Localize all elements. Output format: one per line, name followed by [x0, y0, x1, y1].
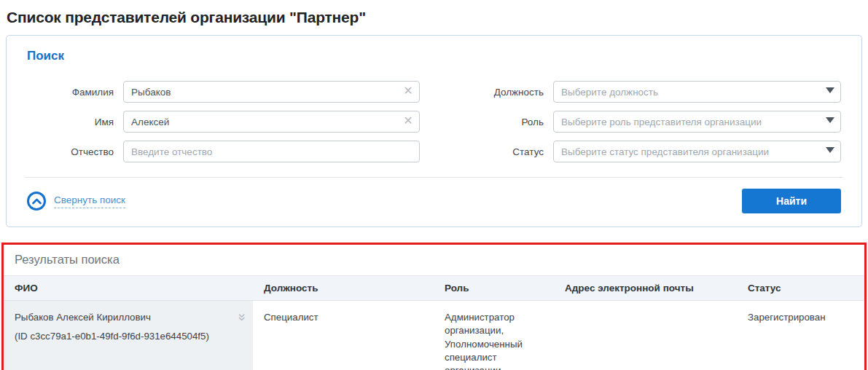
lastname-input[interactable]	[123, 81, 420, 103]
column-header-fio: ФИО	[4, 276, 253, 301]
chevron-down-icon[interactable]	[826, 87, 834, 93]
search-panel: Поиск Фамилия ✕ Должность Выберите должн…	[6, 35, 862, 227]
firstname-input[interactable]	[123, 111, 420, 133]
position-label: Должность	[429, 87, 544, 98]
cell-role: Администратор организации, Уполномоченны…	[434, 301, 554, 370]
table-header-row: ФИО Должность Роль Адрес электронной поч…	[4, 276, 864, 301]
search-divider	[25, 177, 843, 178]
role-select-placeholder: Выберите роль представителя организации	[561, 117, 762, 127]
collapse-circle-icon[interactable]	[27, 192, 46, 210]
cell-fio: Рыбаков Алексей Кириллович (ID c3cc79a1-…	[4, 301, 253, 370]
page-title: Список представителей организации "Партн…	[7, 9, 868, 26]
collapse-search-control[interactable]: Свернуть поиск	[27, 192, 125, 210]
results-table: ФИО Должность Роль Адрес электронной поч…	[4, 275, 864, 370]
status-label: Статус	[429, 146, 544, 157]
firstname-label: Имя	[27, 117, 114, 127]
status-select-placeholder: Выберите статус представителя организаци…	[561, 146, 769, 157]
position-select-wrap: Выберите должность	[553, 81, 841, 103]
search-form: Фамилия ✕ Должность Выберите должность И…	[27, 81, 841, 162]
column-header-position: Должность	[253, 276, 434, 301]
results-title: Результаты поиска	[15, 253, 853, 267]
search-footer: Свернуть поиск Найти	[27, 189, 841, 213]
lastname-label: Фамилия	[27, 87, 114, 98]
search-results-panel: Результаты поиска ФИО Должность Роль Адр…	[1, 243, 867, 370]
chevron-down-icon[interactable]	[826, 147, 834, 153]
patronymic-label: Отчество	[27, 146, 114, 157]
collapse-search-link[interactable]: Свернуть поиск	[54, 194, 125, 208]
position-select[interactable]: Выберите должность	[553, 81, 841, 103]
role-label: Роль	[429, 117, 544, 127]
role-select[interactable]: Выберите роль представителя организации	[553, 111, 841, 133]
find-button[interactable]: Найти	[742, 189, 841, 213]
lastname-field-wrap: ✕	[123, 81, 420, 103]
search-panel-title: Поиск	[27, 49, 841, 63]
patronymic-field-wrap	[123, 141, 420, 162]
status-select[interactable]: Выберите статус представителя организаци…	[553, 141, 841, 162]
cell-status: Зарегистрирован	[737, 301, 864, 370]
column-header-role: Роль	[434, 276, 554, 301]
column-header-email: Адрес электронной почты	[554, 276, 737, 301]
position-select-placeholder: Выберите должность	[561, 87, 658, 98]
clear-lastname-icon[interactable]: ✕	[402, 85, 414, 97]
expand-row-icon[interactable]: »	[236, 313, 250, 320]
representative-id: (ID c3cc79a1-e0b1-49fd-9f6d-931e644504f5…	[15, 330, 242, 343]
role-select-wrap: Выберите роль представителя организации	[553, 111, 841, 133]
cell-position: Специалист	[253, 301, 434, 370]
patronymic-input[interactable]	[123, 141, 420, 162]
column-header-status: Статус	[737, 276, 864, 301]
table-row: Рыбаков Алексей Кириллович (ID c3cc79a1-…	[4, 301, 864, 370]
status-select-wrap: Выберите статус представителя организаци…	[553, 141, 841, 162]
chevron-down-icon[interactable]	[826, 117, 834, 123]
firstname-field-wrap: ✕	[123, 111, 420, 133]
clear-firstname-icon[interactable]: ✕	[402, 115, 414, 127]
representative-name: Рыбаков Алексей Кириллович	[15, 311, 242, 324]
cell-email	[554, 301, 737, 370]
chevron-up-icon	[32, 198, 42, 205]
